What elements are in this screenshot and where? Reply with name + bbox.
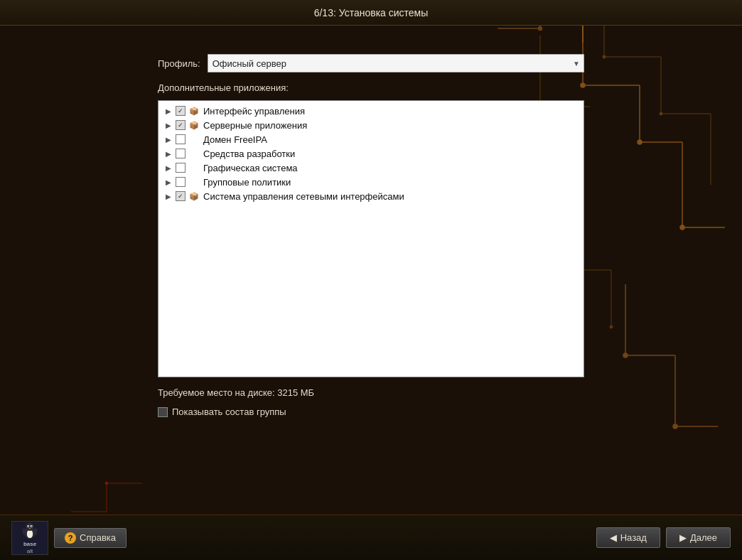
- disk-space-info: Требуемое место на диске: 3215 МБ: [158, 387, 584, 398]
- nav-buttons: ◀ Назад ▶ Далее: [596, 527, 731, 548]
- main-container: 6/13: Установка системы Профиль: Офисный…: [0, 0, 742, 560]
- tree-item-label-2: Серверные приложения: [203, 120, 307, 131]
- expander-6[interactable]: ▶: [163, 176, 174, 188]
- expander-5[interactable]: ▶: [163, 162, 174, 173]
- expander-4[interactable]: ▶: [163, 148, 174, 159]
- pkg-icon-2: 📦: [188, 119, 200, 131]
- window-title: 6/13: Установка системы: [314, 7, 429, 18]
- form-panel: Профиль: Офисный сервер Рабочая станция …: [158, 54, 584, 417]
- svg-point-44: [28, 525, 28, 526]
- logo-text-alt: alt: [27, 548, 33, 554]
- profile-label: Профиль:: [158, 58, 200, 69]
- show-group-checkbox[interactable]: [158, 407, 168, 417]
- logo-area: base alt ? Справка: [11, 521, 127, 555]
- tree-item-3[interactable]: ▶ Домен FreeIPA: [160, 132, 582, 146]
- svg-point-45: [31, 525, 32, 526]
- back-button[interactable]: ◀ Назад: [596, 527, 660, 548]
- checkbox-3[interactable]: [176, 134, 186, 144]
- title-bar: 6/13: Установка системы: [0, 0, 742, 26]
- help-button[interactable]: ? Справка: [54, 528, 127, 548]
- tree-item-6[interactable]: ▶ Групповые политики: [160, 175, 582, 189]
- pkg-icon-7: 📦: [188, 190, 200, 202]
- additional-apps-label: Дополнительные приложения:: [158, 82, 584, 93]
- tree-item-label-7: Система управления сетевыми интерфейсами: [203, 191, 404, 202]
- back-arrow-icon: ◀: [610, 532, 617, 543]
- icon-3: [188, 134, 200, 145]
- svg-point-40: [27, 529, 33, 538]
- profile-select-wrapper: Офисный сервер Рабочая станция Сервер Ми…: [208, 54, 584, 72]
- tree-item-7[interactable]: ▶ 📦 Система управления сетевыми интерфей…: [160, 189, 582, 203]
- tree-item-label-4: Средства разработки: [203, 149, 295, 159]
- tree-item-label-6: Групповые политики: [203, 177, 291, 188]
- next-button[interactable]: ▶ Далее: [666, 527, 731, 548]
- next-button-label: Далее: [690, 532, 717, 543]
- profile-dropdown[interactable]: Офисный сервер Рабочая станция Сервер Ми…: [208, 54, 584, 72]
- icon-5: [188, 162, 200, 173]
- pkg-icon-1: 📦: [188, 105, 200, 117]
- checkbox-4[interactable]: [176, 149, 186, 158]
- checkbox-2[interactable]: [176, 120, 186, 130]
- svg-point-41: [26, 522, 34, 531]
- icon-6: [188, 176, 200, 188]
- tree-item-2[interactable]: ▶ 📦 Серверные приложения: [160, 118, 582, 132]
- logo-svg: [17, 522, 43, 540]
- back-button-label: Назад: [620, 532, 647, 543]
- expander-2[interactable]: ▶: [163, 119, 174, 131]
- expander-1[interactable]: ▶: [163, 105, 174, 117]
- tree-item-label-1: Интерфейс управления: [203, 106, 305, 117]
- profile-row: Профиль: Офисный сервер Рабочая станция …: [158, 54, 584, 72]
- tree-item-label-3: Домен FreeIPA: [203, 134, 267, 145]
- tree-item-5[interactable]: ▶ Графическая система: [160, 161, 582, 175]
- tree-item-4[interactable]: ▶ Средства разработки: [160, 146, 582, 161]
- checkbox-7[interactable]: [176, 191, 186, 201]
- checkbox-1[interactable]: [176, 106, 186, 116]
- bottom-bar: base alt ? Справка ◀ Назад ▶ Далее: [0, 515, 742, 560]
- tree-item-label-5: Графическая система: [203, 163, 298, 173]
- help-button-label: Справка: [80, 532, 116, 543]
- tree-item-1[interactable]: ▶ 📦 Интерфейс управления: [160, 104, 582, 118]
- expander-3[interactable]: ▶: [163, 134, 174, 145]
- logo-text-base: base: [23, 541, 36, 547]
- icon-4: [188, 148, 200, 159]
- checkbox-5[interactable]: [176, 163, 186, 173]
- checkbox-6[interactable]: [176, 177, 186, 187]
- show-group-row: Показывать состав группы: [158, 406, 584, 417]
- additional-apps-tree[interactable]: ▶ 📦 Интерфейс управления ▶ 📦 Серверные п…: [158, 100, 584, 377]
- expander-7[interactable]: ▶: [163, 190, 174, 202]
- next-arrow-icon: ▶: [679, 532, 687, 543]
- help-icon: ?: [65, 532, 76, 544]
- logo-box: base alt: [11, 521, 48, 555]
- show-group-label[interactable]: Показывать состав группы: [172, 406, 286, 417]
- content-area: Профиль: Офисный сервер Рабочая станция …: [0, 26, 742, 515]
